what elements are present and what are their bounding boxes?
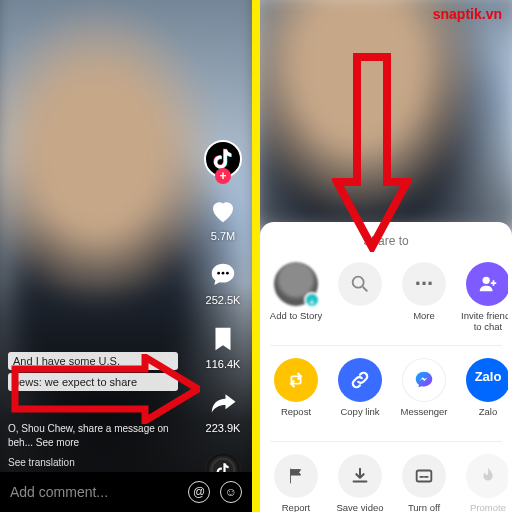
captions-icon: [413, 465, 435, 487]
share-item-label: Repost: [281, 407, 311, 429]
share-item-label: More: [413, 311, 435, 333]
svg-point-2: [226, 272, 229, 275]
share-row-contacts: + Add to Story ··· More Invite friends t…: [264, 258, 508, 343]
caption-box: And I have some U.S. news: we expect to …: [8, 352, 178, 394]
share-item-label: Messenger: [401, 407, 448, 429]
save-video-button[interactable]: Save video: [328, 454, 392, 512]
messenger-button[interactable]: Messenger: [392, 358, 456, 429]
comment-icon: [208, 260, 238, 290]
share-sheet: Share to + Add to Story ··· More Invite …: [260, 222, 512, 512]
share-item-label: Save video: [336, 503, 383, 512]
tiktok-video-screen: + 5.7M 252.5K 116.4K 223.9K And I have s…: [0, 0, 252, 512]
like-button[interactable]: 5.7M: [208, 196, 238, 242]
report-button[interactable]: Report: [264, 454, 328, 512]
zalo-icon: Zalo: [475, 369, 502, 391]
add-to-story[interactable]: + Add to Story: [264, 262, 328, 333]
follow-plus-icon[interactable]: +: [215, 168, 231, 184]
share-item-label: Copy link: [340, 407, 379, 429]
like-count: 5.7M: [211, 230, 235, 242]
tiktok-share-sheet-screen: snaptik.vn Share to + Add to Story ··· M…: [260, 0, 512, 512]
comment-button[interactable]: 252.5K: [206, 260, 241, 306]
share-item-label: Promote: [470, 503, 506, 512]
messenger-icon: [413, 369, 435, 391]
share-item-label: Add to Story: [270, 311, 322, 333]
search-contact[interactable]: [328, 262, 392, 333]
search-icon: [349, 273, 371, 295]
translate-link[interactable]: See translation: [8, 457, 75, 468]
comment-count: 252.5K: [206, 294, 241, 306]
share-item-label: Zalo: [479, 407, 497, 429]
more-contacts[interactable]: ··· More: [392, 262, 456, 333]
heart-icon: [208, 196, 238, 226]
plus-badge-icon: +: [304, 292, 320, 308]
captions-button[interactable]: Turn off captions: [392, 454, 456, 512]
save-button[interactable]: 116.4K: [206, 324, 241, 370]
flag-icon: [285, 465, 307, 487]
ellipsis-icon: ···: [402, 262, 446, 306]
share-button[interactable]: 223.9K: [206, 388, 241, 434]
svg-line-4: [363, 287, 368, 292]
invite-friends[interactable]: Invite friends to chat: [456, 262, 508, 333]
subtitle-line: news: we expect to share: [8, 373, 178, 391]
row-divider: [270, 345, 502, 346]
svg-point-3: [353, 277, 364, 288]
profile-avatar[interactable]: +: [204, 140, 242, 178]
flame-icon: [477, 465, 499, 487]
mention-icon[interactable]: @: [188, 481, 210, 503]
subtitle-line: And I have some U.S.: [8, 352, 178, 370]
svg-point-5: [483, 277, 490, 284]
share-row-actions: Report Save video Turn off captions Prom…: [264, 450, 508, 512]
svg-point-1: [222, 272, 225, 275]
share-row-apps: Repost Copy link Messenger Zalo Zalo f F…: [264, 354, 508, 439]
repost-icon: [285, 369, 307, 391]
sheet-title: Share to: [264, 234, 508, 248]
emoji-icon[interactable]: ☺: [220, 481, 242, 503]
video-meta-text[interactable]: O, Shou Chew, share a message on beh... …: [8, 422, 188, 450]
download-icon: [349, 465, 371, 487]
row-divider: [270, 441, 502, 442]
add-friend-icon: [477, 273, 499, 295]
watermark-text: snaptik.vn: [433, 6, 502, 22]
comment-bar: Add comment... @ ☺: [0, 472, 252, 512]
share-count: 223.9K: [206, 422, 241, 434]
copy-link-button[interactable]: Copy link: [328, 358, 392, 429]
action-rail: + 5.7M 252.5K 116.4K 223.9K: [204, 140, 242, 488]
promote-button[interactable]: Promote: [456, 454, 508, 512]
svg-rect-6: [417, 471, 432, 482]
share-item-label: Report: [282, 503, 311, 512]
zalo-button[interactable]: Zalo Zalo: [456, 358, 508, 429]
bookmark-icon: [208, 324, 238, 354]
repost-button[interactable]: Repost: [264, 358, 328, 429]
share-item-label: Turn off captions: [392, 503, 456, 512]
video-background: [260, 0, 512, 233]
share-arrow-icon: [208, 388, 238, 418]
link-icon: [349, 369, 371, 391]
svg-point-0: [217, 272, 220, 275]
save-count: 116.4K: [206, 358, 241, 370]
share-item-label: Invite friends to chat: [456, 311, 508, 333]
comment-input[interactable]: Add comment...: [10, 484, 178, 500]
